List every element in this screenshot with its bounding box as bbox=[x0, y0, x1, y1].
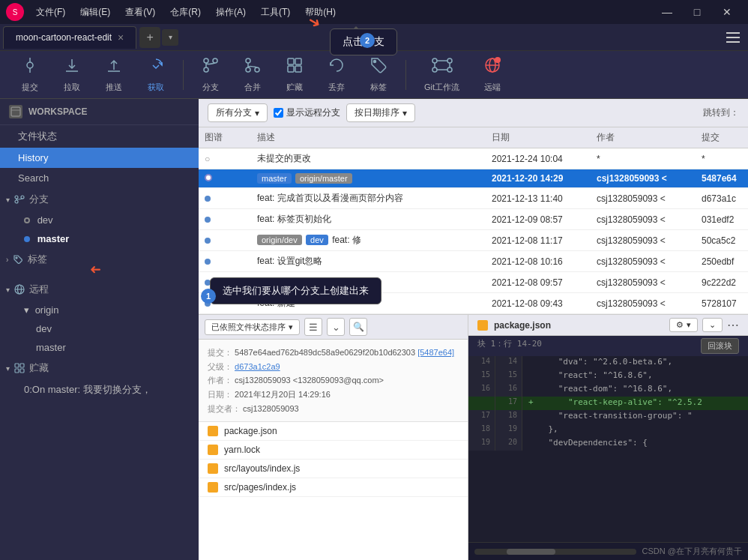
svg-rect-18 bbox=[295, 58, 301, 64]
panel-chevron-icon-button[interactable]: ⌄ bbox=[327, 318, 345, 336]
row-commit: 5487e64 bbox=[696, 169, 748, 188]
svg-point-22 bbox=[432, 58, 437, 63]
diff-gear-button[interactable]: ⚙ ▾ bbox=[669, 318, 698, 332]
stash-label: 贮藏 bbox=[286, 82, 303, 93]
all-branches-label: 所有分支 bbox=[216, 106, 252, 119]
branches-section-header[interactable]: ▾ 分支 bbox=[0, 188, 199, 211]
minimize-button[interactable]: — bbox=[652, 0, 682, 24]
table-row[interactable]: feat: 完成首页以及看漫画页部分内容 2021-12-13 11:40 cs… bbox=[199, 188, 748, 209]
merge-button[interactable]: 合并 bbox=[235, 53, 271, 96]
diff-chevron-button[interactable]: ⌄ bbox=[702, 318, 723, 332]
table-row[interactable]: master origin/master 2021-12-20 14:29 cs… bbox=[199, 169, 748, 188]
diff-more-button[interactable]: ⋯ bbox=[727, 318, 739, 332]
panel-search-button[interactable]: 🔍 bbox=[349, 318, 367, 336]
sidebar-remote-origin-dev[interactable]: dev bbox=[0, 319, 199, 338]
parent-hash[interactable]: d673a1c2a9 bbox=[235, 362, 280, 371]
list-item[interactable]: src/layouts/index.js bbox=[199, 460, 468, 478]
stash-section-header[interactable]: ▾ 贮藏 bbox=[0, 357, 199, 379]
rollback-button[interactable]: 回滚块 bbox=[701, 338, 739, 354]
row-description: 未提交的更改 bbox=[251, 148, 486, 169]
menu-repo[interactable]: 仓库(R) bbox=[164, 3, 207, 22]
gitflow-button[interactable]: Git工作流 bbox=[415, 53, 468, 96]
discard-button[interactable]: 丢弃 bbox=[319, 53, 355, 96]
list-item[interactable]: yarn.lock bbox=[199, 441, 468, 460]
sidebar-branch-master[interactable]: master bbox=[0, 229, 199, 248]
svg-text:!: ! bbox=[497, 57, 499, 64]
push-button[interactable]: 推送 bbox=[96, 53, 132, 96]
remote-section-header[interactable]: ▾ 远程 bbox=[0, 278, 199, 301]
push-label: 推送 bbox=[106, 82, 122, 93]
stash-button[interactable]: 贮藏 bbox=[277, 53, 313, 96]
file-sort-dropdown[interactable]: 已依照文件状态排序 ▾ bbox=[205, 319, 300, 335]
annotation-arrow-area: ➜ bbox=[0, 271, 199, 278]
close-button[interactable]: ✕ bbox=[712, 0, 742, 24]
annotation-arrow-icon: ➜ bbox=[90, 262, 101, 278]
sort-dropdown[interactable]: 按日期排序 ▾ bbox=[346, 103, 415, 122]
table-row[interactable]: ○ 未提交的更改 2021-12-24 10:04 * * bbox=[199, 148, 748, 169]
diff-file-icon bbox=[477, 320, 488, 331]
tag-button[interactable]: 标签 bbox=[361, 53, 396, 96]
row-author: csj1328059093 < bbox=[591, 230, 696, 251]
branch-button[interactable]: 分支 bbox=[193, 53, 229, 96]
all-branches-dropdown[interactable]: 所有分支 ▾ bbox=[208, 103, 268, 122]
discard-icon bbox=[328, 56, 346, 79]
diff-chevron-icon: ⌄ bbox=[709, 320, 716, 330]
repo-tab[interactable]: moon-cartoon-react-edit × bbox=[3, 26, 136, 49]
commit-info-row: 提交： 5487e64aed762b489dc58a9e0629f20b10d6… bbox=[208, 346, 459, 360]
diff-new-line-num: 17 bbox=[495, 397, 522, 410]
new-tab-button[interactable]: + bbox=[139, 27, 160, 48]
maximize-button[interactable]: □ bbox=[682, 0, 712, 24]
fetch-button[interactable]: 获取 bbox=[138, 53, 174, 96]
sidebar-branch-master-label: master bbox=[37, 233, 70, 244]
tag-icon bbox=[370, 56, 387, 79]
sidebar-branch-dev[interactable]: dev bbox=[0, 211, 199, 229]
diff-old-line-num: 19 bbox=[468, 437, 495, 451]
remote-label: 远端 bbox=[484, 82, 501, 93]
svg-text:S: S bbox=[13, 8, 18, 16]
file-name: src/pages/index.js bbox=[224, 482, 296, 493]
menu-view[interactable]: 查看(V) bbox=[119, 3, 161, 22]
date-value: 2021年12月20日 14:29:16 bbox=[235, 390, 331, 399]
sidebar-item-history[interactable]: History bbox=[0, 148, 199, 168]
sidebar-item-search[interactable]: Search bbox=[0, 168, 199, 188]
table-row[interactable]: feat: 设置git忽略 2021-12-08 10:16 csj132805… bbox=[199, 251, 748, 272]
commit-hash-short[interactable]: [5487e64] bbox=[417, 348, 454, 357]
sidebar-remote-origin-master[interactable]: master bbox=[0, 338, 199, 357]
sidebar-item-file-status[interactable]: 文件状态 bbox=[0, 125, 199, 148]
pull-button[interactable]: 拉取 bbox=[54, 53, 90, 96]
diff-old-line-num: 17 bbox=[468, 410, 495, 424]
parent-label: 父级： bbox=[208, 362, 232, 371]
tab-dropdown-button[interactable]: ▾ bbox=[162, 29, 178, 46]
svg-point-9 bbox=[204, 67, 208, 72]
show-remote-checkbox[interactable] bbox=[274, 108, 283, 118]
origin-dev-tag: origin/dev bbox=[257, 235, 302, 245]
menu-actions[interactable]: 操作(A) bbox=[210, 3, 252, 22]
menu-tools[interactable]: 工具(T) bbox=[255, 3, 296, 22]
remote-button[interactable]: ! 远端 bbox=[474, 53, 510, 96]
hamburger-menu-button[interactable] bbox=[721, 25, 745, 49]
row-date: 2021-12-09 08:57 bbox=[486, 209, 591, 230]
diff-new-line-num: 19 bbox=[495, 424, 522, 437]
menu-edit[interactable]: 编辑(E) bbox=[74, 3, 116, 22]
list-item[interactable]: src/pages/index.js bbox=[199, 478, 468, 497]
diff-line: 19 20 "devDependencies": { bbox=[468, 437, 748, 451]
diff-horizontal-scrollbar[interactable] bbox=[474, 549, 636, 555]
list-item[interactable]: package.json bbox=[199, 422, 468, 441]
row-date: 2021-12-08 11:17 bbox=[486, 230, 591, 251]
table-row[interactable]: origin/dev dev feat: 修 2021-12-08 11:17 … bbox=[199, 230, 748, 251]
diff-old-line-num: 15 bbox=[468, 370, 495, 383]
tags-chevron-icon: › bbox=[6, 256, 8, 264]
panel-list-icon-button[interactable]: ☰ bbox=[304, 318, 322, 336]
commit-button[interactable]: 提交 bbox=[12, 53, 48, 96]
diff-hunk-header: 块 1：行 14-20 回滚块 bbox=[468, 336, 748, 356]
table-row[interactable]: feat: 标签页初始化 2021-12-09 08:57 csj1328059… bbox=[199, 209, 748, 230]
menu-file[interactable]: 文件(F) bbox=[30, 3, 71, 22]
sidebar-stash-0[interactable]: 0:On master: 我要切换分支， bbox=[0, 379, 199, 400]
titlebar: S 文件(F) 编辑(E) 查看(V) 仓库(R) 操作(A) 工具(T) 帮助… bbox=[0, 0, 748, 24]
diff-scroll-thumb bbox=[507, 549, 555, 555]
tab-close-icon[interactable]: × bbox=[118, 31, 124, 43]
sidebar-remote-origin[interactable]: ▾ origin bbox=[0, 301, 199, 319]
col-graph: 图谱 bbox=[199, 127, 251, 148]
diff-line-content: "react-transition-group": " bbox=[522, 410, 748, 424]
row-date: 2021-12-08 09:43 bbox=[486, 293, 591, 314]
